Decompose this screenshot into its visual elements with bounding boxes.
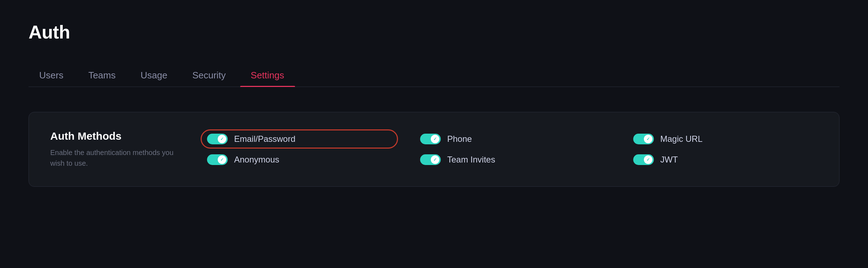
auth-method-magic-url: Magic URL [633,134,818,144]
tabs-nav: Users Teams Usage Security Settings [29,64,839,87]
tab-security[interactable]: Security [182,64,237,87]
tab-teams[interactable]: Teams [78,64,126,87]
toggle-track-magic-url [633,134,654,144]
method-label-magic-url: Magic URL [660,134,703,144]
toggle-thumb-magic-url [644,135,652,143]
toggle-track-email-password [207,134,228,144]
method-label-email-password: Email/Password [234,134,295,144]
toggle-track-jwt [633,154,654,165]
auth-method-phone: Phone [420,134,605,144]
toggle-thumb-phone [431,135,439,143]
auth-method-anonymous: Anonymous [207,154,392,165]
auth-method-team-invites: Team Invites [420,154,605,165]
auth-method-email-password: Email/Password [207,134,392,144]
toggle-anonymous[interactable] [207,154,228,165]
method-label-team-invites: Team Invites [447,155,495,165]
toggle-thumb-jwt [644,155,652,164]
toggle-track-anonymous [207,154,228,165]
toggle-email-password[interactable] [207,134,228,144]
toggle-thumb-email-password [218,135,226,143]
toggle-track-team-invites [420,154,441,165]
toggle-magic-url[interactable] [633,134,654,144]
tab-usage[interactable]: Usage [130,64,178,87]
toggle-jwt[interactable] [633,154,654,165]
toggle-thumb-team-invites [431,155,439,164]
page-container: Auth Users Teams Usage Security Settings… [0,0,868,208]
method-label-anonymous: Anonymous [234,155,279,165]
toggle-team-invites[interactable] [420,154,441,165]
method-label-jwt: JWT [660,155,678,165]
toggle-thumb-anonymous [218,155,226,164]
tab-settings[interactable]: Settings [240,64,295,87]
content-area: Auth Methods Enable the authentication m… [29,105,839,194]
card-header: Auth Methods Enable the authentication m… [50,130,186,169]
tab-users[interactable]: Users [29,64,74,87]
card-description: Enable the authentication methods you wi… [50,147,186,169]
auth-methods-grid: Email/Password Phone [207,134,818,165]
card-title: Auth Methods [50,130,186,142]
toggle-phone[interactable] [420,134,441,144]
auth-method-jwt: JWT [633,154,818,165]
auth-methods-card: Auth Methods Enable the authentication m… [29,112,839,187]
method-label-phone: Phone [447,134,472,144]
toggle-track-phone [420,134,441,144]
page-title: Auth [29,21,839,43]
